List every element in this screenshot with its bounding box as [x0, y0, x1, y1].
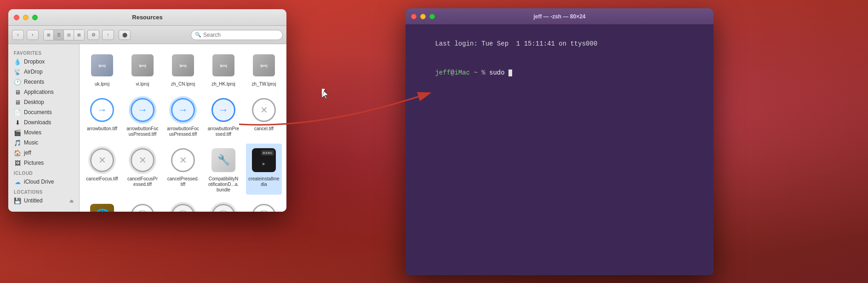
- file-label: arrowbuttonFocusPressed.tiff: [167, 126, 199, 137]
- sidebar-item-label: Untitled: [24, 197, 43, 204]
- list-item[interactable]: cancelFocusPressed.tiff: [125, 144, 160, 195]
- file-label: vi.lproj: [136, 81, 149, 87]
- file-label: cancel.tiff: [254, 126, 274, 132]
- list-item[interactable]: cancel.tiff: [246, 93, 282, 139]
- finder-minimize-button[interactable]: [23, 15, 29, 20]
- list-item[interactable]: arrowbutton.tiff: [84, 93, 120, 139]
- column-view-button[interactable]: ⊟: [64, 30, 74, 40]
- terminal-close-button[interactable]: [411, 14, 417, 19]
- lproj-icon: lproj: [253, 54, 275, 76]
- arrow-focus-icon: [131, 98, 154, 122]
- list-item[interactable]: arrowbuttonFocusPressed.tiff: [125, 93, 160, 139]
- list-item[interactable]: exec ▶ createinstallmedia: [246, 144, 282, 195]
- finder-window-title: Resources: [132, 14, 162, 21]
- file-icon-container: [209, 201, 238, 212]
- file-label: zh_CN.lproj: [171, 81, 195, 87]
- share-button[interactable]: ↑: [102, 30, 114, 40]
- gallery-view-button[interactable]: ⊠: [74, 30, 84, 40]
- list-item[interactable]: 🔧 CompatibilityNotificationD...a.bundle: [206, 144, 241, 195]
- list-item[interactable]: moreInfoFocusPressed.tiff: [206, 199, 241, 212]
- file-icon-container: [87, 95, 117, 125]
- sidebar-item-recents[interactable]: 🕐 Recents: [8, 77, 79, 87]
- music-icon: 🎵: [14, 139, 21, 146]
- file-icon-container: [128, 201, 157, 212]
- applications-icon: 🖥: [14, 88, 21, 96]
- file-icon-container: [209, 95, 238, 125]
- airdrop-icon: 📡: [14, 68, 21, 75]
- info-press-icon: [252, 204, 276, 212]
- file-label: zh_TW.lproj: [252, 81, 276, 87]
- bundle-icon: 🔧: [211, 148, 235, 172]
- terminal-path-space: ~ %: [470, 69, 489, 76]
- list-view-button[interactable]: ☰: [54, 30, 64, 40]
- sidebar-item-label: Dropbox: [24, 58, 45, 65]
- list-item[interactable]: moreInfo.tiff: [125, 199, 160, 212]
- file-icon-container: lproj: [128, 51, 157, 80]
- file-label: cancelPressed.tiff: [167, 176, 199, 187]
- sidebar-item-documents[interactable]: 📄 Documents: [8, 107, 79, 117]
- recents-icon: 🕐: [14, 78, 21, 86]
- file-icon-container: lproj: [87, 51, 117, 80]
- list-item[interactable]: 🌐 InstallAssistant.icns: [84, 199, 120, 212]
- lproj-icon: lproj: [172, 54, 194, 76]
- list-item[interactable]: lproj zh_HK.lproj: [206, 49, 241, 89]
- tags-button[interactable]: ⬤: [119, 30, 131, 40]
- cancel-press-icon: [171, 148, 195, 172]
- terminal-cursor: [508, 69, 512, 76]
- sidebar-item-music[interactable]: 🎵 Music: [8, 138, 79, 148]
- list-item[interactable]: lproj zh_CN.lproj: [165, 49, 201, 89]
- lproj-icon: lproj: [91, 54, 113, 76]
- search-input[interactable]: [203, 32, 279, 38]
- sidebar-item-label: Pictures: [24, 160, 44, 166]
- sidebar-item-applications[interactable]: 🖥 Applications: [8, 87, 79, 97]
- dropbox-icon: 💧: [14, 58, 21, 65]
- terminal-maximize-button[interactable]: [429, 14, 435, 19]
- sidebar-item-downloads[interactable]: ⬇ Downloads: [8, 117, 79, 127]
- sidebar-item-untitled[interactable]: 💾 Untitled ⏏: [8, 196, 79, 206]
- terminal-window: jeff — -zsh — 80×24 Last login: Tue Sep …: [405, 8, 714, 275]
- home-icon: 🏠: [14, 149, 21, 156]
- list-item[interactable]: lproj uk.lproj: [84, 49, 120, 89]
- list-item[interactable]: moreInfoFocus.tiff: [165, 199, 201, 212]
- list-item[interactable]: cancelPressed.tiff: [165, 144, 201, 195]
- list-item[interactable]: moreInfoPressed.tiff: [246, 199, 282, 212]
- back-button[interactable]: ‹: [12, 30, 24, 40]
- sidebar-item-desktop[interactable]: 🖥 Desktop: [8, 97, 79, 107]
- finder-close-button[interactable]: [14, 15, 19, 20]
- file-label: createinstallmedia: [248, 176, 280, 187]
- terminal-user: jeff: [435, 69, 451, 76]
- action-button[interactable]: ⚙: [87, 30, 99, 40]
- terminal-prompt-line: jeff@iMac ~ % sudo: [412, 58, 707, 87]
- sidebar-item-jeff[interactable]: 🏠 jeff: [8, 148, 79, 158]
- downloads-icon: ⬇: [14, 119, 21, 126]
- search-box[interactable]: 🔍: [191, 30, 283, 40]
- file-icon-container: 🔧: [209, 145, 238, 175]
- sidebar-item-pictures[interactable]: 🖼 Pictures: [8, 158, 79, 168]
- list-item[interactable]: lproj vi.lproj: [125, 49, 160, 89]
- eject-icon[interactable]: ⏏: [69, 198, 74, 203]
- desktop-icon: 🖥: [14, 98, 21, 106]
- drive-icon: 💾: [14, 197, 21, 204]
- list-item[interactable]: cancelFocus.tiff: [84, 144, 120, 195]
- file-icon-container: lproj: [168, 51, 198, 80]
- list-item[interactable]: arrowbuttonFocusPressed.tiff: [165, 93, 201, 139]
- file-icon-container: [128, 95, 157, 125]
- file-icon-container: [128, 145, 157, 175]
- file-label: arrowbuttonPressed.tiff: [207, 126, 240, 137]
- sidebar-item-movies[interactable]: 🎬 Movies: [8, 127, 79, 138]
- terminal-minimize-button[interactable]: [420, 14, 426, 19]
- icon-view-button[interactable]: ⊞: [44, 30, 54, 40]
- sidebar-item-icloud-drive[interactable]: ☁ iCloud Drive: [8, 177, 79, 187]
- arrow-focus2-icon: [171, 98, 195, 122]
- list-item[interactable]: lproj zh_TW.lproj: [246, 49, 282, 89]
- sidebar-item-dropbox[interactable]: 💧 Dropbox: [8, 57, 79, 67]
- sidebar-item-airdrop[interactable]: 📡 AirDrop: [8, 67, 79, 77]
- terminal-window-title: jeff — -zsh — 80×24: [533, 13, 585, 20]
- favorites-header: Favorites: [8, 48, 79, 57]
- forward-button[interactable]: ›: [27, 30, 39, 40]
- list-item[interactable]: arrowbuttonPressed.tiff: [206, 93, 241, 139]
- terminal-body[interactable]: Last login: Tue Sep 1 15:11:41 on ttys00…: [405, 25, 714, 275]
- finder-maximize-button[interactable]: [32, 15, 38, 20]
- file-icon-container: [249, 95, 279, 125]
- lproj-icon: lproj: [131, 54, 154, 76]
